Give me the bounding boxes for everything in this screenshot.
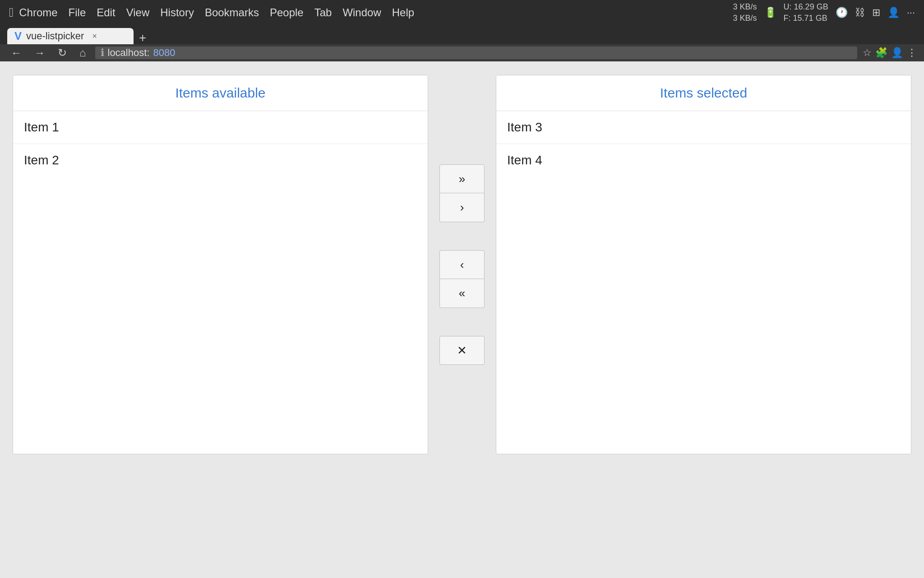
listpicker: Items available Item 1 Item 2 » › ‹ « ✕ … [13,75,911,454]
list-item[interactable]: Item 2 [13,144,428,177]
tab-bar: V vue-listpicker × + [0,25,924,44]
available-panel: Items available Item 1 Item 2 [13,75,428,454]
list-item[interactable]: Item 4 [496,144,911,177]
titlebar-right: 3 KB/s3 KB/s 🔋 U: 16.29 GBF: 15.71 GB 🕐 … [733,1,915,24]
menu-file[interactable]: File [69,6,86,19]
network-speed: 3 KB/s3 KB/s [733,1,757,24]
menu-window[interactable]: Window [342,6,381,19]
back-button[interactable]: ← [7,45,25,61]
forward-button[interactable]: → [31,45,49,61]
address-port: 8080 [153,47,175,59]
profile-icon: 👤 [887,7,900,19]
security-icon: ℹ [101,47,104,59]
menu-history[interactable]: History [160,6,194,19]
reload-button[interactable]: ↻ [54,45,70,61]
address-bar[interactable]: ℹ localhost:8080 [95,47,858,59]
apple-icon:  [9,5,14,20]
list-item[interactable]: Item 3 [496,111,911,144]
titlebar:  Chrome File Edit View History Bookmark… [0,0,924,25]
disk-usage: U: 16.29 GBF: 15.71 GB [784,1,828,24]
new-tab-button[interactable]: + [139,32,146,44]
share-icon: ⛓ [855,7,865,19]
menu-edit[interactable]: Edit [97,6,115,19]
list-item[interactable]: Item 1 [13,111,428,144]
titlebar-left:  Chrome File Edit View History Bookmark… [9,5,414,20]
active-tab[interactable]: V vue-listpicker × [7,28,134,44]
battery-icon: 🔋 [764,7,776,19]
move-all-left-button[interactable]: « [439,279,485,308]
address-text: localhost: [108,47,150,59]
titlebar-menu: Chrome File Edit View History Bookmarks … [19,6,414,19]
clear-button[interactable]: ✕ [439,336,485,365]
menu-view[interactable]: View [126,6,150,19]
clear-group: ✕ [439,336,485,365]
transfer-controls: » › ‹ « ✕ [437,155,487,374]
control-center-icon: ⊞ [872,7,880,19]
browser-chrome: V vue-listpicker × + ← → ↻ ⌂ ℹ localhost… [0,25,924,61]
move-left-group: ‹ « [439,250,485,308]
selected-header: Items selected [496,75,911,111]
available-header: Items available [13,75,428,111]
chrome-menu-icon[interactable]: ⋮ [907,47,917,59]
menu-bookmarks[interactable]: Bookmarks [205,6,259,19]
menu-help[interactable]: Help [392,6,414,19]
move-right-button[interactable]: › [439,193,485,222]
clock-icon: 🕐 [836,7,848,19]
menu-tab[interactable]: Tab [314,6,332,19]
menu-chrome[interactable]: Chrome [19,6,57,19]
profile-avatar[interactable]: 👤 [891,47,903,59]
move-right-group: » › [439,164,485,222]
extensions-icon[interactable]: 🧩 [875,47,887,59]
main-content: Items available Item 1 Item 2 » › ‹ « ✕ … [0,61,924,578]
tab-vue-icon: V [14,30,22,42]
bookmark-star-icon[interactable]: ☆ [863,47,872,59]
move-all-right-button[interactable]: » [439,164,485,193]
nav-right-icons: ☆ 🧩 👤 ⋮ [863,47,917,59]
tab-title: vue-listpicker [26,30,84,42]
more-icon: ··· [907,7,915,19]
move-left-button[interactable]: ‹ [439,250,485,279]
selected-panel: Items selected Item 3 Item 4 [496,75,911,454]
home-button[interactable]: ⌂ [76,45,90,61]
nav-bar: ← → ↻ ⌂ ℹ localhost:8080 ☆ 🧩 👤 ⋮ [0,44,924,61]
menu-people[interactable]: People [270,6,304,19]
tab-close-button[interactable]: × [92,32,97,41]
